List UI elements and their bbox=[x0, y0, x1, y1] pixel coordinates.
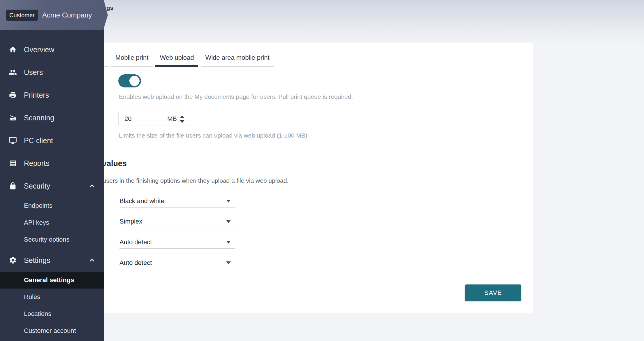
file-size-limit-input[interactable] bbox=[119, 115, 151, 123]
sidebar-item-rules[interactable]: Rules bbox=[0, 289, 104, 305]
output-page-size-select-value: Auto detect bbox=[119, 259, 152, 267]
sidebar-subitem-label: API keys bbox=[24, 219, 49, 226]
report-list-icon bbox=[9, 159, 17, 167]
dropdown-arrow-icon bbox=[226, 241, 231, 244]
sidebar-subitem-label: Rules bbox=[24, 293, 40, 301]
sidebar-header: Customer Acme Company bbox=[0, 0, 108, 30]
sidebar-item-label: Printers bbox=[24, 91, 49, 99]
lock-icon bbox=[9, 182, 17, 190]
sidebar-item-label: Reports bbox=[24, 159, 50, 168]
sidebar-item-label: Scanning bbox=[24, 114, 54, 122]
scanner-icon bbox=[9, 114, 17, 122]
sidebar-subitem-label: Security options bbox=[24, 236, 70, 243]
sidebar-item-label: PC client bbox=[24, 136, 53, 145]
sidebar-subitem-label: Locations bbox=[24, 310, 51, 318]
sidebar-item-pc-client[interactable]: PC client bbox=[0, 129, 104, 152]
sidebar-item-label: Users bbox=[24, 68, 43, 77]
sides-select[interactable]: Simplex bbox=[119, 215, 235, 228]
company-name: Acme Company bbox=[42, 11, 92, 19]
sidebar-item-security-options[interactable]: Security options bbox=[0, 231, 104, 248]
sidebar: Overview Users Printers Scanning bbox=[0, 0, 104, 341]
toggle-knob bbox=[129, 76, 140, 86]
sides-select-value: Simplex bbox=[119, 218, 142, 225]
sidebar-item-label: Security bbox=[24, 182, 50, 190]
users-icon bbox=[9, 68, 17, 76]
app-window: Overview Users Printers Scanning bbox=[0, 0, 644, 341]
stepper-down-icon[interactable] bbox=[180, 119, 184, 123]
dropdown-arrow-icon bbox=[226, 200, 231, 203]
monitor-icon bbox=[9, 136, 17, 145]
sidebar-item-label: Settings bbox=[24, 256, 50, 265]
file-size-unit: MB bbox=[167, 115, 177, 123]
sidebar-item-scanning[interactable]: Scanning bbox=[0, 106, 104, 129]
sidebar-item-locations[interactable]: Locations bbox=[0, 305, 104, 322]
home-icon bbox=[9, 45, 17, 54]
stepper bbox=[180, 115, 184, 123]
sidebar-subitem-label: Endpoints bbox=[24, 202, 52, 210]
sidebar-item-endpoints[interactable]: Endpoints bbox=[0, 197, 104, 214]
sidebar-item-users[interactable]: Users bbox=[0, 61, 104, 84]
gear-icon bbox=[9, 256, 17, 264]
page-orientation-select[interactable]: Auto detect bbox=[119, 236, 235, 249]
sidebar-subitem-label: Customer account bbox=[24, 327, 76, 335]
sidebar-item-general-settings[interactable]: General settings bbox=[0, 272, 104, 289]
file-size-limit-field: MB bbox=[118, 112, 188, 126]
save-button[interactable]: SAVE bbox=[465, 284, 521, 301]
sidebar-item-printers[interactable]: Printers bbox=[0, 84, 104, 106]
color-select-value: Black and white bbox=[119, 197, 164, 205]
tab-web-upload[interactable]: Web upload bbox=[155, 54, 198, 67]
printer-icon bbox=[9, 91, 17, 99]
sidebar-nav: Overview Users Printers Scanning bbox=[0, 30, 104, 339]
output-page-size-select[interactable]: Auto detect bbox=[119, 256, 235, 269]
sidebar-item-reports[interactable]: Reports bbox=[0, 152, 104, 175]
dropdown-arrow-icon bbox=[226, 220, 231, 223]
customer-type-badge: Customer bbox=[6, 10, 38, 21]
enable-web-upload-help: Enables web upload on the My documents p… bbox=[119, 93, 353, 101]
tab-wide-area-mobile-print[interactable]: Wide area mobile print bbox=[201, 54, 274, 67]
enable-web-upload-toggle[interactable] bbox=[118, 74, 141, 87]
sidebar-item-customer-account[interactable]: Customer account bbox=[0, 322, 104, 339]
sidebar-item-settings[interactable]: Settings bbox=[0, 249, 104, 272]
sidebar-item-security[interactable]: Security bbox=[0, 175, 104, 197]
chevron-up-icon bbox=[88, 256, 96, 264]
file-size-limit-help: Limits the size of the file users can up… bbox=[119, 132, 307, 139]
sidebar-item-label: Overview bbox=[24, 45, 54, 54]
dropdown-arrow-icon bbox=[226, 261, 231, 264]
tab-mobile-print[interactable]: Mobile print bbox=[111, 54, 153, 67]
sidebar-subitem-label: General settings bbox=[24, 276, 74, 284]
page-orientation-select-value: Auto detect bbox=[119, 238, 152, 246]
sidebar-item-api-keys[interactable]: API keys bbox=[0, 214, 104, 231]
color-select[interactable]: Black and white bbox=[119, 195, 235, 208]
chevron-up-icon bbox=[88, 182, 96, 190]
stepper-up-icon[interactable] bbox=[180, 115, 184, 119]
sidebar-item-overview[interactable]: Overview bbox=[0, 38, 104, 61]
